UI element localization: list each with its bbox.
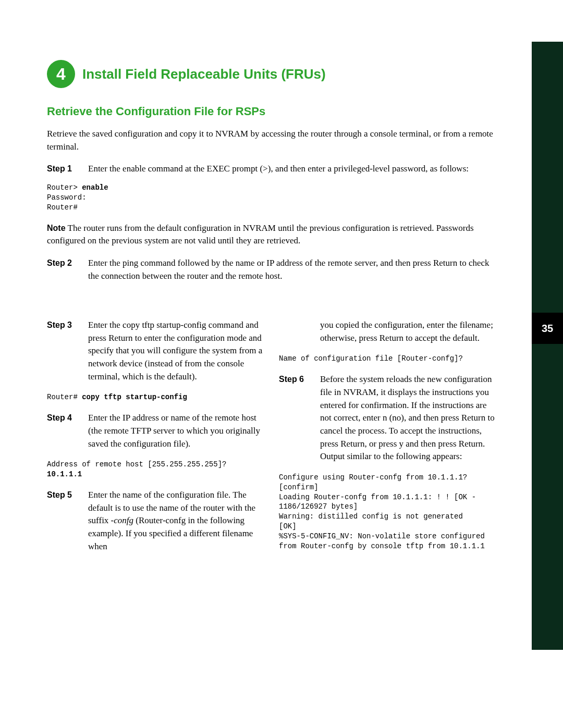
step-label: Step 2 xyxy=(47,257,81,282)
step-body: you copied the configuration, enter the … xyxy=(320,319,495,344)
code-text: Router# xyxy=(47,203,78,212)
step-body: Before the system reloads the new config… xyxy=(320,373,495,463)
step-body: Enter the ping command followed by the n… xyxy=(88,257,495,282)
code-text: Address of remote host [255.255.255.255]… xyxy=(47,460,226,468)
step-body: Enter the name of the configuration file… xyxy=(88,489,263,553)
code-block-remote-host: Address of remote host [255.255.255.255]… xyxy=(47,460,263,479)
code-text: Password: xyxy=(47,193,87,202)
section-title: Retrieve the Configuration File for RSPs xyxy=(47,105,495,118)
right-column: you copied the configuration, enter the … xyxy=(279,319,495,553)
step-3: Step 3 Enter the copy tftp startup-confi… xyxy=(47,319,263,383)
code-command: enable xyxy=(82,183,108,192)
intro-paragraph: Retrieve the saved configuration and cop… xyxy=(47,128,495,153)
step-label: Step 4 xyxy=(47,412,81,450)
step-2: Step 2 Enter the ping command followed b… xyxy=(47,257,495,282)
step-1: Step 1 Enter the enable command at the E… xyxy=(47,163,495,176)
step-label: Step 6 xyxy=(279,373,313,463)
side-rail xyxy=(532,42,563,650)
step-text-italic: -confg xyxy=(111,515,133,525)
chapter-number-circle: 4 xyxy=(47,60,75,88)
left-column: Step 3 Enter the copy tftp startup-confi… xyxy=(47,319,263,553)
code-text: Router> xyxy=(47,183,82,192)
chapter-header: 4 Install Field Replaceable Units (FRUs) xyxy=(47,60,495,88)
page-number: 35 xyxy=(532,313,563,344)
step-body: Enter the IP address or name of the remo… xyxy=(88,412,263,450)
code-block-output: Configure using Router-confg from 10.1.1… xyxy=(279,473,495,551)
note-text: The router runs from the default configu… xyxy=(47,223,474,246)
code-block-enable: Router> enable Password: Router# xyxy=(47,183,495,213)
code-text: Router# xyxy=(47,393,82,401)
code-block-config-name: Name of configuration file [Router-confg… xyxy=(279,354,495,364)
step-6: Step 6 Before the system reloads the new… xyxy=(279,373,495,463)
code-block-copy-tftp: Router# copy tftp startup-config xyxy=(47,392,263,402)
note-label: Note xyxy=(47,224,68,232)
step-label: Step 3 xyxy=(47,319,81,383)
step-label: Step 1 xyxy=(47,163,81,176)
step-body: Enter the enable command at the EXEC pro… xyxy=(88,163,495,176)
step-body: Enter the copy tftp startup-config comma… xyxy=(88,319,263,383)
step-5: Step 5 Enter the name of the configurati… xyxy=(47,489,263,553)
step-4: Step 4 Enter the IP address or name of t… xyxy=(47,412,263,450)
chapter-title: Install Field Replaceable Units (FRUs) xyxy=(82,66,326,82)
two-column-region: Step 3 Enter the copy tftp startup-confi… xyxy=(47,319,495,553)
step-label: Step 5 xyxy=(47,489,81,553)
page-content: 4 Install Field Replaceable Units (FRUs)… xyxy=(47,60,495,553)
step-5-continued: you copied the configuration, enter the … xyxy=(279,319,495,344)
code-command: 10.1.1.1 xyxy=(47,470,82,478)
note: NoteThe router runs from the default con… xyxy=(47,222,495,248)
code-command: copy tftp startup-config xyxy=(82,393,187,401)
step-label-empty xyxy=(279,319,313,344)
